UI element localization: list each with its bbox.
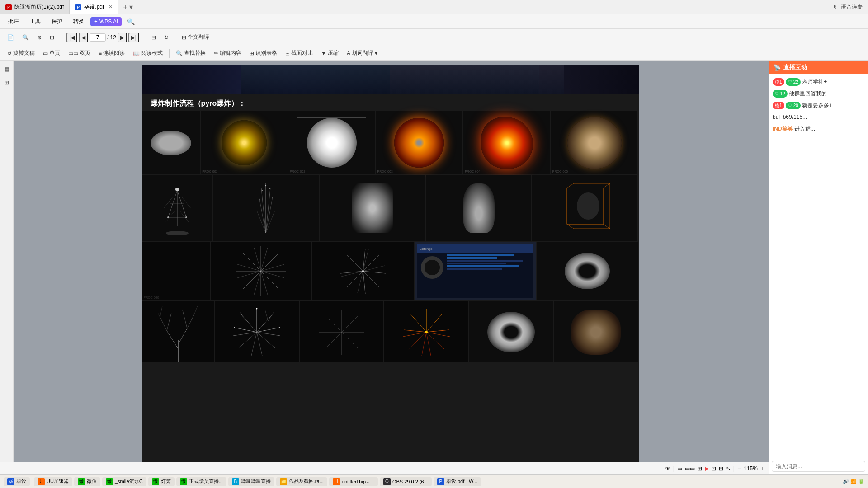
cell-label-4: PROC-003 [377,170,393,173]
svg-line-46 [237,264,261,271]
svg-line-103 [410,314,426,332]
search-button[interactable]: 🔍 [123,16,138,27]
taskbar-icon-houdini: H [333,478,340,485]
msg-text-4: bul_b69/115... [773,114,807,120]
explosion-row-1: PROC-001 PROC-002 PROC-003 PROC-00 [142,111,639,174]
tab-icon-pdf1: P [5,4,12,10]
taskbar-bilibili[interactable]: B 哔哩哔哩直播 [228,477,274,486]
msg-text-1: 老师学社+ [802,79,827,85]
last-page-button[interactable]: ▶| [128,33,139,42]
svg-line-26 [567,183,574,188]
edit-label: 编辑内容 [220,49,241,57]
svg-line-12 [179,211,189,222]
first-page-button[interactable]: |◀ [66,33,77,42]
svg-line-53 [363,271,365,294]
taskbar-houdini[interactable]: H untitled.hip - ... [329,477,378,486]
voice-connect[interactable]: 🎙 语音连麦 [827,3,868,11]
taskbar-zuopin[interactable]: 📁 作品及截图.ra... [276,477,327,486]
taskbar-icon-bilibili: B [232,478,239,485]
tab-pdf2[interactable]: P 毕设.pdf ✕ [70,0,118,14]
chat-input[interactable] [772,461,865,472]
explosion-row-4 [142,301,639,362]
chat-panel-header: 📡 直播互动 [769,61,868,74]
taskbar-label-pdf-wps: 毕设.pdf - W... [446,478,477,485]
taskbar-lantern[interactable]: 微 灯笼 [148,477,175,486]
cell-smoke-ring [537,242,638,300]
recognize-table-button[interactable]: ⊞ 识别表格 [246,47,281,59]
taskbar-pdf-wps[interactable]: P 毕设.pdf - W... [434,477,481,486]
zoom-in-button[interactable]: + [760,465,764,472]
taskbar-zhengshi[interactable]: 微 正式学员直播... [176,477,226,486]
zoom-out-button[interactable]: − [737,465,741,472]
rotate-button[interactable]: ↻ [160,33,172,42]
toolbar-btn-4[interactable]: ⊡ [46,33,58,42]
compress-button[interactable]: ▼ 压缩 [317,47,342,59]
view-icon-expand: ⤡ [726,465,731,472]
taskbar-icon-lantern: 微 [152,478,159,485]
cell-orange-burst [384,301,468,362]
left-btn-2[interactable]: ⊞ [2,78,12,88]
badge-green-1: ♡ 22 [786,78,801,86]
wps-ai-button[interactable]: ✦ WPS AI [90,17,122,26]
translate-button[interactable]: ⊞ 全文翻译 [178,32,213,43]
view-icon-frame: ⊡ [712,465,716,472]
toolbar-btn-1[interactable]: 📄 [4,33,18,42]
svg-line-48 [261,248,268,271]
svg-line-52 [340,271,363,273]
svg-line-104 [426,332,450,337]
single-page-button[interactable]: ▭ 单页 [39,47,64,59]
svg-line-41 [261,253,278,271]
double-page-button[interactable]: ▭▭ 双页 [65,47,94,59]
translate-icon: ⊞ [182,34,186,41]
prev-page-button[interactable]: ◀ [79,33,88,42]
svg-point-8 [185,216,187,218]
taskbar-uu[interactable]: U UU加速器 [34,477,72,486]
next-page-button[interactable]: ▶ [118,33,127,42]
compare-button[interactable]: ⊟ 截面对比 [282,47,316,59]
taskbar-wechat[interactable]: 微 微信 [74,477,100,486]
continuous-button[interactable]: ≡ 连续阅读 [95,47,128,59]
find-replace-button[interactable]: 🔍 查找替换 [172,47,209,59]
taskbar-smile[interactable]: 微 _smile流水C [102,477,146,486]
ellipse-shape [151,131,191,155]
smoke-ring-2-shape [487,312,535,352]
menu-convert[interactable]: 转换 [69,16,89,27]
voice-connect-icon: 🎙 [833,4,838,10]
svg-line-60 [341,271,363,277]
reading-mode-button[interactable]: 📖 阅读模式 [129,47,166,59]
menu-bar: 批注 工具 保护 转换 ✦ WPS AI 🔍 [0,14,868,29]
menu-protect[interactable]: 保护 [47,16,67,27]
svg-line-57 [363,255,379,271]
taskbar-icon-wechat: 微 [78,478,85,485]
svg-line-43 [261,271,284,278]
pdf-content-area[interactable]: 爆炸制作流程（pyro爆炸）： PROC-001 PR [14,61,769,474]
svg-line-29 [603,224,610,229]
word-translate-button[interactable]: A 划词翻译 ▾ [343,47,381,59]
dark-spark-svg [317,305,367,359]
page-number-input[interactable] [90,33,106,42]
toolbar-btn-2[interactable]: 🔍 [19,33,33,42]
cell-fireball: PROC-004 [463,111,550,174]
left-btn-1[interactable]: ▦ [2,64,12,74]
edit-content-button[interactable]: ✏ 编辑内容 [210,47,245,59]
tab-close-button[interactable]: ✕ [108,4,113,10]
ui-panel-body [417,253,533,282]
svg-line-44 [237,271,261,278]
svg-line-10 [182,197,191,208]
taskbar-bisher[interactable]: 毕 毕设 [4,477,30,486]
fit-page-button[interactable]: ⊟ [148,33,160,42]
taskbar-obs[interactable]: O OBS 29.0.2 (6... [380,477,432,486]
svg-line-55 [363,271,379,287]
cell-dark-spark [300,301,383,362]
menu-annotate[interactable]: 批注 [4,16,24,27]
new-tab-button[interactable]: + ▾ [118,3,137,11]
rotate-text-button[interactable]: ↺ 旋转文稿 [4,47,38,59]
radial-sparks-2-svg [336,244,390,298]
menu-tools[interactable]: 工具 [25,16,45,27]
tab-pdf1[interactable]: P 陈遥渐简历(1)(2).pdf [0,0,70,14]
double-page-label: 双页 [80,49,90,57]
toolbar-secondary: ↺ 旋转文稿 ▭ 单页 ▭▭ 双页 ≡ 连续阅读 📖 阅读模式 🔍 查找替换 ✏… [0,46,868,61]
svg-point-90 [234,327,235,328]
ui-prop-6 [447,268,502,270]
toolbar-btn-3[interactable]: ⊕ [33,33,45,42]
